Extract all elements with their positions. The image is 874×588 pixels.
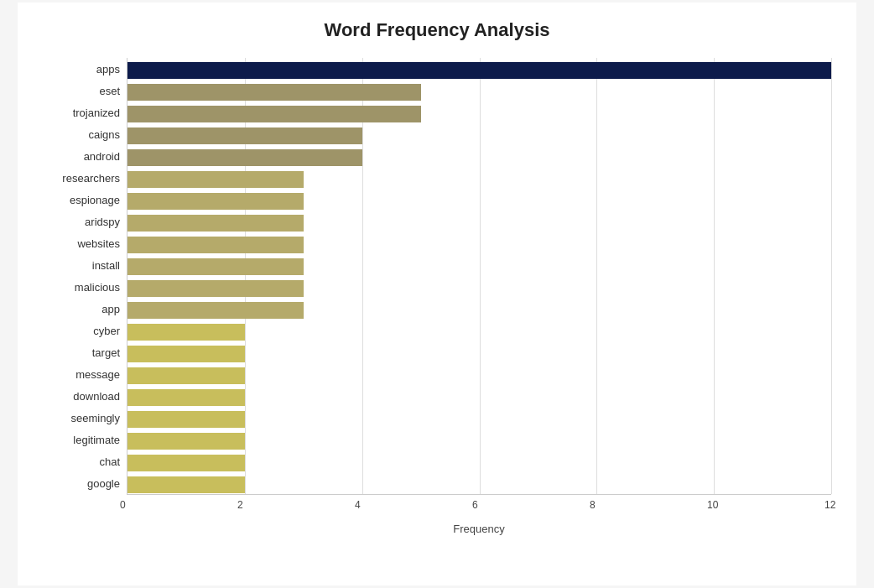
bar-row — [127, 276, 831, 298]
bar — [127, 280, 304, 297]
chart-title: Word Frequency Analysis — [43, 19, 831, 41]
bar — [127, 127, 362, 144]
y-label: apps — [43, 58, 120, 80]
y-label: malicious — [43, 276, 120, 298]
bar-row — [127, 101, 831, 123]
y-label: cyber — [43, 320, 120, 342]
y-label: chat — [43, 451, 120, 473]
x-tick-label: 8 — [590, 499, 596, 511]
bar — [127, 171, 304, 188]
bar — [127, 84, 421, 101]
bar-row — [127, 320, 831, 341]
y-label: android — [43, 145, 120, 167]
y-label: eset — [43, 80, 120, 101]
y-label: legitimate — [43, 429, 120, 451]
bar-row — [127, 429, 831, 450]
bar-row — [127, 211, 831, 232]
y-label: researchers — [43, 167, 120, 189]
grid-line — [831, 58, 832, 494]
bar-row — [127, 80, 831, 101]
y-label: seemingly — [43, 408, 120, 429]
bar — [127, 367, 245, 384]
bar-row — [127, 123, 831, 145]
bar-row — [127, 298, 831, 320]
bar — [127, 237, 304, 253]
bar — [127, 455, 245, 471]
bar-row — [127, 472, 831, 494]
bars-area — [127, 58, 831, 495]
bar — [127, 433, 245, 450]
bar-row — [127, 407, 831, 429]
y-label: google — [43, 473, 120, 495]
x-tick-label: 0 — [120, 499, 126, 511]
bar — [127, 346, 245, 362]
y-labels: appsesettrojanizedcaignsandroidresearche… — [43, 58, 127, 495]
bar — [127, 389, 245, 406]
bar — [127, 193, 304, 210]
chart-area: appsesettrojanizedcaignsandroidresearche… — [43, 58, 831, 495]
x-tick-label: 10 — [707, 499, 718, 511]
bar — [127, 258, 304, 275]
bar — [127, 411, 245, 428]
chart-container: Word Frequency Analysis appsesettrojaniz… — [18, 3, 856, 585]
y-label: trojanized — [43, 101, 120, 123]
y-label: websites — [43, 232, 120, 254]
bar — [127, 149, 362, 166]
bar — [127, 302, 304, 319]
y-label: caigns — [43, 123, 120, 145]
x-tick-label: 6 — [472, 499, 478, 511]
bar-row — [127, 167, 831, 189]
bar-row — [127, 450, 831, 472]
x-axis-title: Frequency — [127, 523, 831, 535]
bar — [127, 215, 304, 232]
y-label: message — [43, 364, 120, 386]
bar — [127, 62, 831, 79]
x-tick-label: 2 — [237, 499, 243, 511]
x-tick-label: 12 — [825, 499, 835, 511]
y-label: install — [43, 254, 120, 276]
bar — [127, 106, 421, 122]
y-label: download — [43, 386, 120, 408]
bar-row — [127, 232, 831, 254]
bar-row — [127, 385, 831, 407]
bar-row — [127, 363, 831, 385]
bar-row — [127, 341, 831, 363]
bar-row — [127, 189, 831, 211]
y-label: app — [43, 299, 120, 320]
bar-row — [127, 58, 831, 80]
y-label: target — [43, 342, 120, 364]
x-tick-label: 4 — [355, 499, 361, 511]
bar-row — [127, 254, 831, 276]
bar — [127, 476, 245, 493]
bar-row — [127, 145, 831, 167]
y-label: aridspy — [43, 211, 120, 232]
y-label: espionage — [43, 189, 120, 211]
x-axis-labels: 024681012 — [127, 499, 831, 516]
bar — [127, 324, 245, 341]
